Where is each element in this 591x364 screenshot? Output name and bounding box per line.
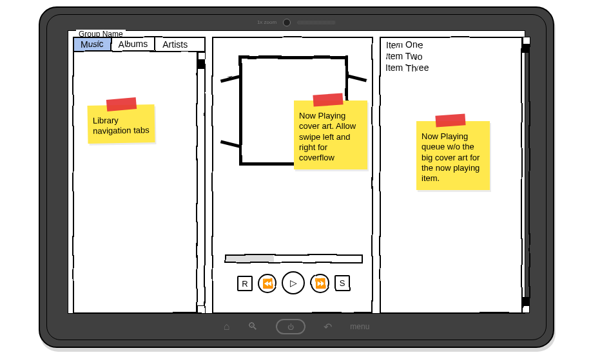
repeat-button[interactable]: R	[237, 275, 252, 291]
scroll-thumb[interactable]	[197, 59, 205, 68]
tape-icon	[313, 93, 343, 106]
scroll-thumb[interactable]	[522, 296, 530, 305]
playback-controls: R ⏪ ▷ ⏩ S	[224, 269, 362, 296]
shuffle-button[interactable]: S	[334, 275, 350, 291]
now-playing-panel: R ⏪ ▷ ⏩ S	[211, 36, 373, 313]
list-item[interactable]: Item Three	[384, 62, 525, 73]
sticky-text: Now Playing cover art. Allow swipe left …	[299, 111, 356, 162]
queue-scrollbar[interactable]	[521, 36, 530, 313]
tablet-bezel: 1x zoom Group Name Music Albums Artists	[46, 14, 547, 340]
library-tabs: Music Albums Artists	[73, 37, 204, 52]
forward-button[interactable]: ⏩	[310, 273, 329, 292]
tape-icon	[435, 113, 465, 127]
rewind-button[interactable]: ⏪	[257, 273, 276, 292]
device-bottom-hardware: ⌂ 🔍︎ ⏻ ↶ menu	[168, 318, 425, 336]
screen: Group Name Music Albums Artists	[68, 30, 525, 314]
tab-music[interactable]: Music	[73, 37, 111, 50]
library-panel: Music Albums Artists	[72, 36, 205, 313]
progress-bar[interactable]	[224, 254, 362, 263]
play-button[interactable]: ▷	[282, 271, 305, 294]
tab-artists[interactable]: Artists	[155, 37, 193, 50]
sticky-note-library: Library navigation tabs	[87, 104, 155, 143]
zoom-hint: 1x zoom	[257, 20, 276, 25]
scroll-up-icon[interactable]	[197, 52, 205, 59]
queue-list: Item One Item Two Item Three	[380, 37, 528, 75]
scroll-down-icon[interactable]	[197, 305, 205, 313]
progress-fill	[226, 255, 273, 262]
library-scrollbar[interactable]	[196, 52, 205, 313]
power-button[interactable]: ⏻	[276, 319, 305, 334]
tablet-frame: 1x zoom Group Name Music Albums Artists	[39, 6, 554, 348]
scroll-down-icon[interactable]	[522, 305, 530, 313]
sticky-note-queue: Now Playing queue w/o the big cover art …	[416, 121, 490, 190]
tab-albums[interactable]: Albums	[111, 37, 156, 50]
sticky-text: Library navigation tabs	[93, 115, 150, 136]
search-icon[interactable]: 🔍︎	[247, 321, 258, 332]
menu-button[interactable]: menu	[350, 322, 369, 331]
list-item[interactable]: Item One	[384, 39, 525, 50]
camera-icon	[283, 19, 291, 26]
speaker-icon	[297, 21, 336, 24]
back-icon[interactable]: ↶	[324, 321, 332, 333]
tape-icon	[106, 97, 137, 111]
device-top-hardware: 1x zoom	[232, 17, 361, 28]
scroll-thumb[interactable]	[522, 44, 530, 53]
sticky-note-cover: Now Playing cover art. Allow swipe left …	[294, 101, 367, 169]
scroll-up-icon[interactable]	[522, 36, 530, 44]
sticky-text: Now Playing queue w/o the big cover art …	[421, 131, 480, 183]
list-item[interactable]: Item Two	[384, 50, 525, 62]
home-icon[interactable]: ⌂	[224, 321, 230, 332]
